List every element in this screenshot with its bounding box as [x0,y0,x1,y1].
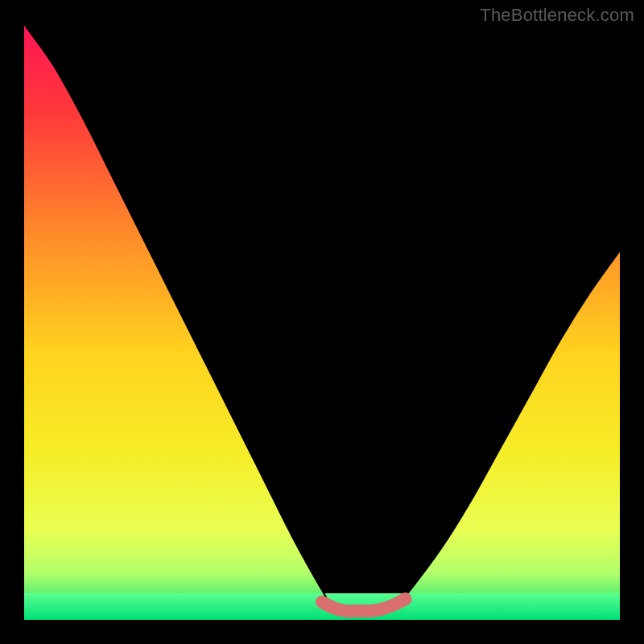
curve-layer [24,24,620,620]
plot-area [24,24,620,620]
flat-segment [322,599,406,611]
bottleneck-curve [24,24,620,614]
chart-frame: TheBottleneck.com [0,0,644,644]
watermark-text: TheBottleneck.com [480,5,634,26]
